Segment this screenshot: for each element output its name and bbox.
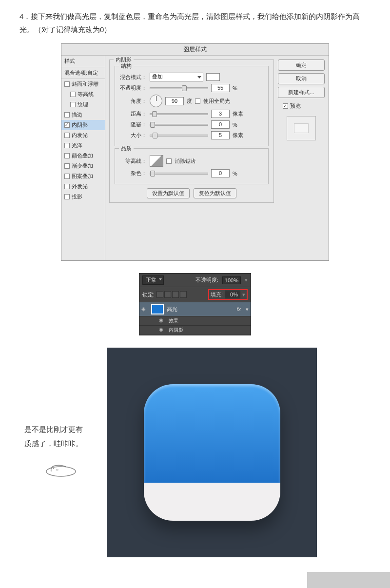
layers-panel: 正常 不透明度: 100% ▾ 锁定: 填充: 0% ▾ 高光: [139, 273, 251, 335]
style-item-color-overlay[interactable]: 颜色叠加: [61, 151, 105, 161]
px-unit: 像素: [233, 132, 243, 139]
checkbox-icon[interactable]: [70, 92, 76, 97]
dropdown-icon[interactable]: ▾: [242, 292, 245, 298]
preview-box: [287, 116, 316, 140]
ok-button[interactable]: 确定: [278, 59, 325, 71]
checkbox-icon[interactable]: [70, 102, 76, 107]
inner-shadow-settings: 内阴影 结构 混合模式： 叠加 不透明度： 55: [109, 59, 274, 203]
style-item-inner-glow[interactable]: 内发光: [61, 130, 105, 140]
checkbox-icon[interactable]: [64, 194, 70, 199]
contour-label: 等高线：: [120, 157, 147, 165]
opacity-slider[interactable]: [150, 87, 208, 89]
choke-label: 阻塞：: [120, 121, 147, 128]
antialias-checkbox[interactable]: [166, 158, 172, 164]
doodle-icon: ω: [24, 458, 98, 482]
choke-slider[interactable]: [150, 124, 208, 126]
percent-unit: %: [233, 85, 237, 91]
effects-row[interactable]: 效果: [139, 316, 251, 326]
lock-brush-icon[interactable]: [164, 291, 171, 298]
checkbox-icon[interactable]: [64, 122, 70, 128]
svg-point-1: [53, 468, 54, 469]
blend-mode-dropdown[interactable]: 叠加: [150, 73, 203, 81]
cancel-button[interactable]: 取消: [278, 73, 325, 84]
angle-label: 角度：: [120, 98, 147, 105]
style-item-satin[interactable]: 光泽: [61, 140, 105, 151]
visibility-icon[interactable]: [159, 327, 166, 333]
lock-all-icon[interactable]: [180, 291, 187, 298]
fill-value[interactable]: 0%: [225, 291, 240, 298]
size-label: 大小：: [120, 132, 147, 139]
antialias-label: 消除锯齿: [175, 157, 196, 165]
lock-transparent-icon[interactable]: [156, 291, 163, 298]
size-slider[interactable]: [150, 135, 208, 137]
result-canvas: [107, 348, 317, 557]
contour-picker[interactable]: [150, 155, 163, 167]
checkbox-icon[interactable]: [64, 163, 70, 169]
visibility-icon[interactable]: [141, 306, 148, 313]
svg-text:ω: ω: [56, 468, 58, 471]
noise-value[interactable]: 0: [211, 169, 230, 177]
style-item-bevel[interactable]: 斜面和浮雕: [61, 79, 105, 89]
layer-row[interactable]: 高光 fx ▾: [139, 302, 251, 316]
result-text-2: 质感了，哇咔咔。: [24, 437, 98, 451]
group-structure: 结构: [119, 62, 134, 70]
checkbox-icon[interactable]: [64, 143, 70, 148]
checkbox-icon[interactable]: [64, 174, 70, 179]
style-item-texture[interactable]: 纹理: [61, 99, 105, 110]
blend-mode-select[interactable]: 正常: [142, 275, 164, 285]
preview-label: 预览: [290, 102, 301, 110]
sidebar-subheader: 混合选项:自定: [61, 67, 105, 79]
group-quality: 品质: [119, 145, 134, 152]
angle-dial[interactable]: [150, 95, 162, 107]
style-item-pattern-overlay[interactable]: 图案叠加: [61, 171, 105, 181]
percent-unit: %: [233, 171, 237, 176]
inner-shadow-effect-row[interactable]: 内阴影: [139, 326, 251, 335]
layer-name: 高光: [167, 306, 177, 313]
global-light-checkbox[interactable]: [195, 98, 200, 104]
percent-unit: %: [233, 122, 237, 128]
fill-label: 填充:: [211, 291, 223, 298]
footer-block: [307, 572, 390, 588]
global-light-label: 使用全局光: [203, 98, 230, 105]
checkbox-icon[interactable]: [64, 184, 70, 189]
visibility-icon[interactable]: [159, 317, 166, 324]
style-item-stroke[interactable]: 描边: [61, 110, 105, 120]
layer-thumbnail[interactable]: [151, 304, 164, 314]
choke-value[interactable]: 0: [211, 120, 230, 129]
size-value[interactable]: 5: [211, 131, 230, 139]
noise-slider[interactable]: [150, 173, 208, 175]
opacity-label: 不透明度：: [120, 84, 147, 92]
preview-checkbox[interactable]: [283, 103, 288, 109]
new-style-button[interactable]: 新建样式...: [278, 87, 325, 98]
fx-badge[interactable]: fx: [236, 306, 241, 312]
lock-label: 锁定:: [142, 291, 155, 298]
dialog-title: 图层样式: [61, 44, 329, 56]
opacity-value[interactable]: 100%: [222, 276, 241, 284]
checkbox-icon[interactable]: [64, 153, 70, 158]
chevron-down-icon[interactable]: ▾: [246, 306, 249, 313]
style-item-drop-shadow[interactable]: 投影: [61, 192, 105, 202]
lock-move-icon[interactable]: [172, 291, 179, 298]
blend-mode-label: 混合模式：: [120, 74, 147, 81]
dropdown-icon[interactable]: ▾: [245, 277, 248, 283]
distance-label: 距离：: [120, 110, 147, 118]
style-sidebar: 样式 混合选项:自定 斜面和浮雕 等高线 纹理 描边 内阴影 内发光 光泽 颜色…: [61, 56, 105, 260]
color-swatch[interactable]: [206, 73, 220, 81]
opacity-label: 不透明度:: [195, 276, 218, 284]
style-item-outer-glow[interactable]: 外发光: [61, 181, 105, 192]
reset-default-button[interactable]: 复位为默认值: [194, 188, 236, 198]
checkbox-icon[interactable]: [64, 133, 70, 138]
checkbox-icon[interactable]: [64, 112, 70, 118]
opacity-value[interactable]: 55: [211, 84, 230, 92]
set-default-button[interactable]: 设置为默认值: [147, 188, 190, 198]
angle-value[interactable]: 90: [165, 97, 184, 105]
style-item-contour[interactable]: 等高线: [61, 89, 105, 99]
style-item-inner-shadow[interactable]: 内阴影: [61, 120, 105, 130]
degree-unit: 度: [187, 98, 192, 105]
distance-slider[interactable]: [150, 113, 208, 115]
checkbox-icon[interactable]: [64, 81, 70, 87]
sidebar-header: 样式: [61, 56, 105, 67]
distance-value[interactable]: 3: [211, 110, 230, 118]
result-text-1: 是不是比刚才更有: [24, 423, 98, 437]
style-item-gradient-overlay[interactable]: 渐变叠加: [61, 161, 105, 171]
